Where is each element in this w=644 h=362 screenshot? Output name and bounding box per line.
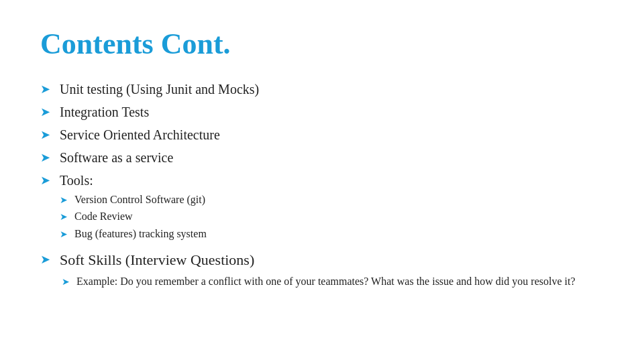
arrow-icon-4: ➤ bbox=[40, 149, 50, 166]
example-text: Example: Do you remember a conflict with… bbox=[76, 274, 576, 290]
item-label-integration-tests: Integration Tests bbox=[60, 103, 149, 121]
list-item-unit-testing: ➤ Unit testing (Using Junit and Mocks) bbox=[40, 80, 604, 99]
sub-list-item-code-review: ➤ Code Review bbox=[60, 209, 207, 224]
item-label-soft-skills: Soft Skills (Interview Questions) bbox=[60, 250, 254, 271]
tools-content: Tools: ➤ Version Control Software (git) … bbox=[60, 171, 207, 246]
item-label-tools: Tools: bbox=[60, 171, 207, 190]
sub-arrow-icon-1: ➤ bbox=[60, 194, 68, 207]
arrow-icon-5: ➤ bbox=[40, 172, 50, 189]
arrow-icon-1: ➤ bbox=[40, 81, 50, 98]
item-label-service-oriented: Service Oriented Architecture bbox=[60, 125, 220, 144]
sub-arrow-icon-2: ➤ bbox=[60, 210, 68, 224]
sub-list-item-version-control: ➤ Version Control Software (git) bbox=[60, 192, 207, 207]
sub-item-label-version-control: Version Control Software (git) bbox=[74, 192, 205, 207]
sub-arrow-icon-3: ➤ bbox=[60, 228, 68, 241]
arrow-icon-6: ➤ bbox=[40, 251, 50, 268]
arrow-icon-2: ➤ bbox=[40, 104, 50, 121]
sub-list-item-bug-tracking: ➤ Bug (features) tracking system bbox=[60, 227, 207, 241]
slide-title: Contents Cont. bbox=[40, 27, 604, 61]
list-item-software-service: ➤ Software as a service bbox=[40, 148, 604, 167]
slide: Contents Cont. ➤ Unit testing (Using Jun… bbox=[0, 0, 644, 362]
arrow-icon-3: ➤ bbox=[40, 127, 50, 143]
example-indent: ➤ Example: Do you remember a conflict wi… bbox=[62, 274, 576, 290]
item-label-software-service: Software as a service bbox=[60, 148, 173, 167]
item-label-unit-testing: Unit testing (Using Junit and Mocks) bbox=[60, 80, 259, 99]
main-list: ➤ Unit testing (Using Junit and Mocks) ➤… bbox=[40, 80, 604, 290]
list-item-integration-tests: ➤ Integration Tests bbox=[40, 103, 604, 121]
sub-arrow-icon-example: ➤ bbox=[62, 275, 70, 289]
list-item-soft-skills: ➤ Soft Skills (Interview Questions) ➤ Ex… bbox=[40, 250, 604, 290]
list-item-service-oriented: ➤ Service Oriented Architecture bbox=[40, 125, 604, 144]
sub-item-label-bug-tracking: Bug (features) tracking system bbox=[74, 227, 207, 241]
list-item-tools: ➤ Tools: ➤ Version Control Software (git… bbox=[40, 171, 604, 246]
sub-item-label-code-review: Code Review bbox=[74, 209, 133, 224]
example-block: ➤ Example: Do you remember a conflict wi… bbox=[40, 274, 576, 290]
tools-sub-list: ➤ Version Control Software (git) ➤ Code … bbox=[60, 192, 207, 243]
